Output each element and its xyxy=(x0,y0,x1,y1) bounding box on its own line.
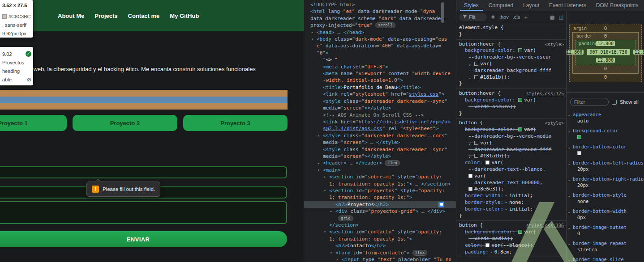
element-tree-row[interactable]: <style class="darkreader darkreader--syn… xyxy=(304,98,456,105)
computed-property[interactable]: ▸background-color xyxy=(567,127,644,141)
css-declaration[interactable]: --verde-oscuro); xyxy=(456,104,566,110)
css-declaration[interactable]: background-color: var( xyxy=(456,229,566,236)
element-tree-row[interactable]: ▸<div class="proyectos-grid"> … </div> xyxy=(304,208,456,215)
expand-arrow-icon[interactable]: ▸ xyxy=(568,241,570,246)
color-swatch[interactable] xyxy=(474,154,478,158)
expand-arrow-icon[interactable]: ▸ xyxy=(568,258,570,262)
class-toggle[interactable]: .cls xyxy=(513,14,520,20)
element-state-icon[interactable]: ❖ xyxy=(491,14,495,20)
tab-layout[interactable]: Layout xyxy=(519,0,543,11)
css-declaration[interactable]: --darkreader-bg--verde-oscur xyxy=(456,54,566,61)
element-tree-row[interactable]: ▾<section id="proyectos" style="opacity: xyxy=(304,187,456,194)
expand-arrow-icon[interactable]: ▾ xyxy=(324,187,329,194)
elements-scrollbar[interactable] xyxy=(441,2,444,23)
tab-event-listeners[interactable]: Event Listeners xyxy=(545,0,590,11)
css-declaration[interactable]: background-color: var( xyxy=(456,47,566,54)
show-all-checkbox[interactable] xyxy=(612,100,617,105)
element-tree-row[interactable]: proxy-injected="true"scroll xyxy=(304,22,456,29)
expand-arrow-icon[interactable]: ▸ xyxy=(568,129,570,134)
element-tree-row[interactable]: <title>Portafolio de Beau</title> xyxy=(304,84,456,91)
expand-arrow-icon[interactable]: ▸ xyxy=(318,132,323,139)
flex-badge-icon[interactable]: flex xyxy=(385,160,400,166)
element-tree-row[interactable]: media="screen"> … </style> xyxy=(304,139,456,146)
element-tree-row[interactable]: <h2>Contacto</h2> xyxy=(304,242,456,249)
css-declaration[interactable]: , var( xyxy=(456,61,566,68)
css-declaration[interactable]: --darkreader-text-000000, xyxy=(456,180,566,186)
element-tree-row[interactable]: media="screen"></style> xyxy=(304,105,456,111)
css-declaration[interactable]: border-color:▸initial; xyxy=(456,206,566,213)
css-declaration[interactable]: , #181a1b)); xyxy=(456,153,566,160)
sidebar-toggle-icon[interactable]: ◫ xyxy=(559,14,563,20)
element-tree-row[interactable]: <!DOCTYPE html> xyxy=(304,1,456,8)
expand-arrow-icon[interactable]: ▸ xyxy=(568,225,570,230)
scroll-badge-icon[interactable]: scroll xyxy=(375,22,395,28)
css-declaration[interactable]: color: var(--blanco); xyxy=(456,242,566,249)
shorthand-expand-icon[interactable]: ▸ xyxy=(505,194,507,198)
element-tree-row[interactable]: ▾<main> xyxy=(304,167,456,173)
css-declaration[interactable]: border-style:▸none; xyxy=(456,199,566,206)
rule-selector[interactable]: button:hover xyxy=(459,41,494,47)
element-tree-row[interactable]: "0"> xyxy=(304,50,456,56)
selected-element-badge-icon[interactable] xyxy=(438,202,444,207)
element-tree-row[interactable]: ▸<section id="sobre-mi" style="opacity: xyxy=(304,173,456,180)
expand-arrow-icon[interactable]: ▾ xyxy=(330,249,335,256)
color-swatch[interactable] xyxy=(518,127,522,131)
css-declaration[interactable]: --darkreader-background-ffff xyxy=(456,68,566,74)
expand-arrow-icon[interactable]: ▸ xyxy=(568,177,570,182)
expand-arrow-icon[interactable]: ▸ xyxy=(568,209,570,214)
pseudo-state-toggle[interactable]: :hov xyxy=(499,14,509,20)
rule-selector[interactable]: element.style xyxy=(459,25,498,30)
contact-name-input[interactable] xyxy=(0,166,287,178)
project-card[interactable]: Proyecto 3 xyxy=(183,115,288,131)
computed-property[interactable]: ▸appearanceauto xyxy=(567,110,644,125)
submit-button[interactable]: ENVIAR xyxy=(0,231,287,247)
expand-arrow-icon[interactable]: ▾ xyxy=(311,36,317,42)
expand-arrow-icon[interactable]: ▸ xyxy=(324,173,329,180)
css-declaration[interactable]: color: var( xyxy=(456,160,566,166)
box-model-padding[interactable]: padding 12.800 0 12.800 907.916×18.736 1… xyxy=(575,40,635,65)
expand-arrow-icon[interactable]: ▾ xyxy=(318,167,323,173)
rule-selector[interactable]: button:hover xyxy=(459,90,494,96)
box-model-margin[interactable]: argin 0 border 0 padding 12.800 xyxy=(569,25,642,82)
element-tree-row[interactable]: "<> " xyxy=(304,56,456,63)
computed-property[interactable]: ▸border-bottom-color xyxy=(567,143,644,157)
css-declaration[interactable]: border-width:▸initial; xyxy=(456,193,566,199)
rule-source-link[interactable]: styles.css:106 xyxy=(526,223,564,229)
expand-arrow-icon[interactable]: ▸ xyxy=(336,256,342,262)
color-swatch[interactable] xyxy=(485,161,489,165)
css-declaration[interactable]: background-color: var( xyxy=(456,127,566,133)
box-model-content[interactable]: 907.916×18.736 xyxy=(587,49,630,55)
computed-property[interactable]: ▸border-image-slice100% xyxy=(567,255,644,262)
color-swatch[interactable] xyxy=(474,75,478,79)
nav-link[interactable]: Contact me xyxy=(128,13,160,19)
color-swatch[interactable] xyxy=(518,48,522,52)
new-style-rule-button[interactable]: + xyxy=(524,14,528,20)
rule-selector[interactable]: button xyxy=(459,120,477,126)
css-declaration[interactable]: background-color: var( xyxy=(456,97,566,104)
color-swatch[interactable] xyxy=(518,230,522,234)
css-declaration[interactable]: #e8e6e3)); xyxy=(456,186,566,193)
element-tree-row[interactable]: <link href="https://cdn.jsdelivr.net/npm… xyxy=(304,118,456,125)
color-swatch[interactable] xyxy=(468,187,472,191)
flex-badge-icon[interactable]: flex xyxy=(412,250,428,256)
computed-property[interactable]: ▸border-bottom-right-radius20px xyxy=(567,175,644,190)
box-model-border[interactable]: border 0 padding 12.800 0 12.800 90 xyxy=(572,32,639,74)
styles-filter-input[interactable]: Filt xyxy=(459,13,487,21)
computed-property[interactable]: ▸border-image-repeatstretch xyxy=(567,239,644,254)
nav-link[interactable]: My GitHub xyxy=(170,13,199,19)
computed-filter-input[interactable]: Filter xyxy=(570,98,609,106)
css-declaration[interactable]: --darkreader-text--blanco, xyxy=(456,166,566,173)
element-tree-row[interactable]: <style class="darkreader darkreader--syn… xyxy=(304,146,456,153)
element-tree-row[interactable]: s@2.3.4/dist/aos.css" rel="stylesheet"> xyxy=(304,125,456,132)
computed-property[interactable]: ▸border-bottom-left-radius20px xyxy=(567,159,644,173)
color-swatch[interactable] xyxy=(518,98,522,102)
expand-arrow-icon[interactable]: ▸ xyxy=(330,208,335,215)
element-tree-row[interactable]: 1; transition: opacity 1s;"> xyxy=(304,194,456,201)
color-swatch[interactable] xyxy=(468,174,472,178)
contact-message-textarea[interactable] xyxy=(0,201,287,224)
element-tree-row[interactable]: data-darkreader-scheme="dark" data-darkr… xyxy=(304,15,456,22)
element-tree-row[interactable]: media="screen"></style> xyxy=(304,153,456,160)
element-tree-row[interactable]: <html lang="es" data-darkreader-mode="dy… xyxy=(304,8,456,15)
expand-arrow-icon[interactable]: ▸ xyxy=(568,113,570,118)
project-card[interactable]: Proyecto 2 xyxy=(73,115,177,131)
